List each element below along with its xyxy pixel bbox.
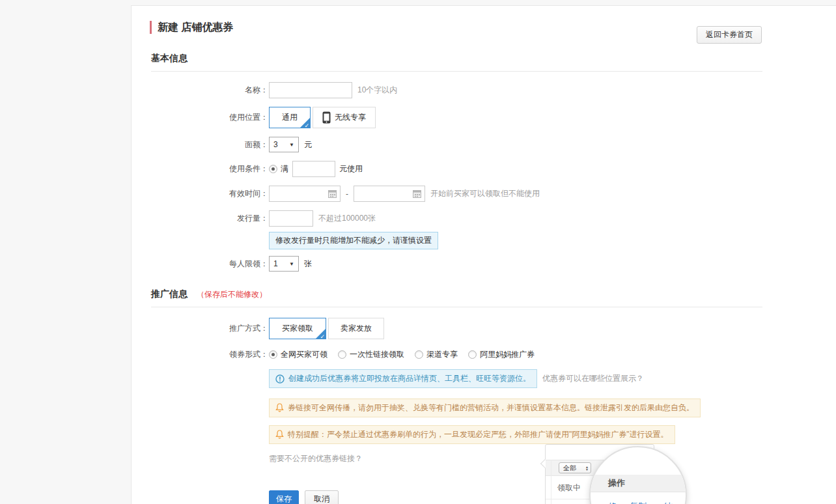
denomination-unit: 元 xyxy=(304,139,312,150)
modify-link[interactable]: 修改 xyxy=(608,501,620,504)
per-limit-label: 每人限领： xyxy=(150,259,269,270)
select-updown-icon: ▲▼ xyxy=(585,466,589,471)
form-option-channel[interactable]: 渠道专享 xyxy=(415,349,458,360)
name-label: 名称： xyxy=(150,85,269,96)
condition-amount-input[interactable] xyxy=(292,161,335,177)
bell-icon xyxy=(275,430,284,440)
info-message-row: 创建成功后优惠券将立即投放在商品详情页、工具栏、旺旺等资源位。 优惠券可以在哪些… xyxy=(269,369,836,388)
basic-info-heading: 基本信息 xyxy=(151,53,836,64)
radio-icon xyxy=(415,350,423,359)
magnifier-operation-header: 操作 xyxy=(608,477,625,489)
method-option-seller-send[interactable]: 卖家发放 xyxy=(328,318,384,339)
section-divider xyxy=(151,71,762,72)
issue-count-hint: 不超过100000张 xyxy=(318,213,376,224)
cancel-button[interactable]: 取消 xyxy=(305,490,339,504)
info-message-box: 创建成功后优惠券将立即投放在商品详情页、工具栏、旺旺等资源位。 xyxy=(269,369,537,388)
collect-form-label: 领券形式： xyxy=(150,349,269,360)
warning2-row: 特别提醒：严令禁止通过优惠券刷单的行为，一旦发现必定严惩，外部推广请使用"阿里妈… xyxy=(269,425,836,444)
denomination-row: 面额： 3 ▼ 元 xyxy=(150,137,836,152)
method-option-buyer-collect-label: 买家领取 xyxy=(282,323,313,334)
bell-icon xyxy=(275,403,284,413)
warning2-box: 特别提醒：严令禁止通过优惠券刷单的行为，一旦发现必定严惩，外部推广请使用"阿里妈… xyxy=(269,425,675,444)
magnifier-header-strip: 操作 xyxy=(591,475,686,492)
start-date-input[interactable] xyxy=(269,186,341,202)
name-input[interactable] xyxy=(269,82,352,98)
promo-info-note: （保存后不能修改） xyxy=(197,289,267,300)
usage-position-label: 使用位置： xyxy=(150,112,269,123)
promo-method-label: 推广方式： xyxy=(150,323,269,334)
warning1-box: 券链接可全网传播，请勿用于抽奖、兑换等有门槛的营销活动，并谨慎设置基本信息。链接… xyxy=(269,399,701,417)
position-option-wireless[interactable]: 无线专享 xyxy=(313,107,376,128)
condition-unit: 元使用 xyxy=(339,163,363,175)
radio-icon xyxy=(269,350,277,359)
calendar-icon xyxy=(328,189,337,198)
name-row: 名称： 10个字以内 xyxy=(150,82,836,98)
mobile-phone-icon xyxy=(322,111,331,124)
dropdown-arrow-icon: ▼ xyxy=(289,142,294,148)
preview-row-collecting: 领取中 xyxy=(557,483,581,494)
page-title: 新建 店铺优惠券 xyxy=(158,21,233,35)
promo-method-row: 推广方式： 买家领取 ✓ 卖家发放 xyxy=(150,318,836,339)
collect-form-options: 全网买家可领 一次性链接领取 渠道专享 阿里妈妈推广券 xyxy=(269,349,545,360)
copy-link-link[interactable]: 复制链接 xyxy=(630,501,655,504)
basic-info-heading-label: 基本信息 xyxy=(151,53,188,64)
method-option-buyer-collect[interactable]: 买家领取 ✓ xyxy=(269,318,326,339)
usage-condition-label: 使用条件： xyxy=(150,163,269,175)
form-option-onetime-link[interactable]: 一次性链接领取 xyxy=(338,349,404,360)
denomination-label: 面额： xyxy=(150,139,269,150)
title-accent-bar xyxy=(150,21,152,34)
per-limit-select[interactable]: 1 ▼ xyxy=(269,256,299,272)
position-option-wireless-label: 无线专享 xyxy=(335,112,366,123)
date-separator: - xyxy=(346,189,348,199)
private-link-question[interactable]: 需要不公开的优惠券链接？ xyxy=(269,453,363,464)
section-divider xyxy=(151,307,762,307)
collect-form-row: 领券形式： 全网买家可领 一次性链接领取 渠道专享 阿里妈妈推广券 xyxy=(150,349,836,360)
info-circle-icon xyxy=(275,374,285,384)
method-option-seller-send-label: 卖家发放 xyxy=(341,323,372,334)
valid-time-hint: 开始前买家可以领取但不能使用 xyxy=(430,188,540,199)
per-limit-row: 每人限领： 1 ▼ 张 xyxy=(150,256,836,272)
calendar-icon xyxy=(413,189,421,198)
dropdown-arrow-icon: ▼ xyxy=(289,261,294,267)
warning2-text: 特别提醒：严令禁止通过优惠券刷单的行为，一旦发现必定严惩，外部推广请使用"阿里妈… xyxy=(288,429,669,440)
position-option-general[interactable]: 通用 ✓ xyxy=(269,107,311,128)
usage-condition-row: 使用条件： 满 元使用 xyxy=(150,161,836,177)
usage-position-row: 使用位置： 通用 ✓ 无线专享 xyxy=(150,107,836,128)
name-hint: 10个字以内 xyxy=(357,85,397,96)
issue-count-notice: 修改发行量时只能增加不能减少，请谨慎设置 xyxy=(269,232,438,249)
end-link[interactable]: 结束 xyxy=(664,501,676,504)
warning1-text: 券链接可全网传播，请勿用于抽奖、兑换等有门槛的营销活动，并谨慎设置基本信息。链接… xyxy=(288,402,694,413)
valid-time-label: 有效时间： xyxy=(150,188,269,199)
preview-filter-select[interactable]: 全部 ▲▼ xyxy=(559,462,591,473)
end-date-input[interactable] xyxy=(354,186,425,202)
save-button[interactable]: 保存 xyxy=(269,490,299,504)
preview-table-vline xyxy=(551,460,551,504)
page-header: 新建 店铺优惠券 返回卡券首页 xyxy=(150,19,836,36)
denomination-select-value: 3 xyxy=(273,140,289,149)
form-option-all-buyers[interactable]: 全网买家可领 xyxy=(269,349,327,360)
display-positions-help-link[interactable]: 优惠券可以在哪些位置展示？ xyxy=(542,373,644,384)
preview-filter-value: 全部 xyxy=(563,464,576,473)
condition-radio-label: 满 xyxy=(281,163,288,175)
condition-radio[interactable] xyxy=(269,165,277,173)
per-limit-unit: 张 xyxy=(304,259,312,270)
warning1-row: 券链接可全网传播，请勿用于抽奖、兑换等有门槛的营销活动，并谨慎设置基本信息。链接… xyxy=(269,399,836,417)
issue-count-input[interactable] xyxy=(269,210,313,227)
coupon-create-panel: 新建 店铺优惠券 返回卡券首页 基本信息 名称： 10个字以内 使用位置： 通用… xyxy=(131,5,836,504)
denomination-select[interactable]: 3 ▼ xyxy=(269,137,299,152)
issue-count-row: 发行量： 不超过100000张 xyxy=(150,210,836,227)
back-to-coupon-home-button[interactable]: 返回卡券首页 xyxy=(697,26,762,44)
check-icon: ✓ xyxy=(320,333,325,340)
radio-icon xyxy=(338,350,346,359)
magnifier-operation-links: 修改 复制链接 结束 xyxy=(608,501,686,504)
form-option-alimama[interactable]: 阿里妈妈推广券 xyxy=(468,349,535,360)
info-message-text: 创建成功后优惠券将立即投放在商品详情页、工具栏、旺旺等资源位。 xyxy=(288,373,531,384)
per-limit-select-value: 1 xyxy=(273,259,289,268)
valid-time-row: 有效时间： - 开始前买家可以领取但不能使用 xyxy=(150,186,836,202)
promo-info-heading: 推广信息 （保存后不能修改） xyxy=(151,288,836,300)
check-icon: ✓ xyxy=(304,122,309,129)
issue-count-label: 发行量： xyxy=(150,213,269,224)
position-option-general-label: 通用 xyxy=(282,112,298,123)
promo-info-heading-label: 推广信息 xyxy=(151,288,188,300)
radio-icon xyxy=(468,350,477,359)
